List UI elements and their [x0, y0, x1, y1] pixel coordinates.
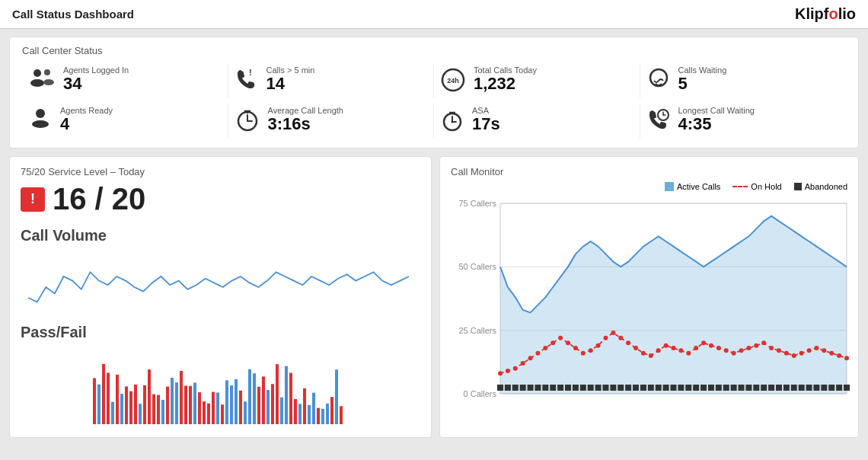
svg-point-3 — [43, 79, 54, 85]
alert-icon: ! — [21, 187, 45, 212]
calls-waiting-icon — [646, 67, 671, 95]
header: Call Status Dashboard Klipfolio — [0, 0, 868, 29]
passfail-label: Pass/Fail — [21, 324, 420, 341]
svg-text:24h: 24h — [447, 77, 459, 85]
content: Call Center Status Agents Logged In 34 — [0, 29, 868, 446]
status-grid: Agents Logged In 34 ! Calls > 5 min 14 — [22, 64, 846, 139]
service-level-row: ! 16 / 20 — [21, 182, 420, 216]
stat-total-calls: 24h Total Calls Today 1,232 — [434, 64, 640, 98]
page-title: Call Status Dashboard — [12, 8, 134, 21]
svg-text:!: ! — [249, 68, 252, 77]
stat-asa: ASA 17s — [434, 104, 640, 139]
legend-blue-dot — [665, 182, 674, 191]
svg-point-2 — [44, 69, 50, 75]
stat-avg-call-length: Average Call Length 3:16s — [228, 104, 435, 139]
stat-calls-gt-5min: ! Calls > 5 min 14 — [228, 64, 435, 98]
calls-gt-5min-icon: ! — [235, 67, 259, 95]
agents-ready-value: 4 — [60, 115, 113, 133]
stat-calls-waiting: Calls Waiting 5 — [640, 64, 847, 98]
avg-call-length-value: 3:16s — [268, 115, 343, 133]
asa-value: 17s — [472, 115, 500, 133]
stat-agents-ready: Agents Ready 4 — [22, 104, 228, 139]
calls-gt-5min-value: 14 — [266, 75, 315, 93]
legend-active-calls: Active Calls — [665, 182, 720, 191]
avg-call-length-icon — [235, 107, 260, 137]
agents-logged-in-value: 34 — [63, 75, 129, 93]
volume-chart — [21, 248, 416, 316]
svg-point-9 — [32, 120, 49, 128]
agents-ready-icon — [28, 107, 53, 133]
svg-point-7 — [650, 69, 667, 86]
service-fraction: 16 / 20 — [53, 182, 145, 216]
legend-on-hold: On Hold — [732, 182, 781, 191]
total-calls-value: 1,232 — [474, 75, 537, 93]
legend-abandoned-label: Abandoned — [805, 182, 847, 191]
passfail-area: Pass/Fail — [21, 324, 420, 428]
passfail-chart — [21, 344, 416, 428]
agents-logged-in-icon — [28, 67, 56, 92]
monitor-panel-title: Call Monitor — [451, 166, 847, 177]
stat-longest-wait: Longest Call Waiting 4:35 — [640, 104, 847, 139]
service-panel: 75/20 Service Level – Today ! 16 / 20 Ca… — [9, 156, 432, 438]
logo: Klipfolio — [795, 5, 856, 23]
total-calls-icon: 24h — [440, 67, 466, 97]
legend-abandoned: Abandoned — [794, 182, 847, 191]
svg-point-1 — [30, 79, 44, 87]
call-volume-label: Call Volume — [21, 227, 420, 244]
asa-icon — [440, 107, 464, 137]
legend-active-label: Active Calls — [677, 182, 720, 191]
svg-point-20 — [452, 121, 454, 123]
monitor-chart — [451, 196, 854, 417]
legend-black-dot — [794, 183, 802, 190]
service-panel-title: 75/20 Service Level – Today — [21, 166, 420, 177]
monitor-panel: Call Monitor Active Calls On Hold Abando… — [439, 156, 859, 438]
status-panel-title: Call Center Status — [22, 45, 846, 56]
longest-wait-value: 4:35 — [678, 115, 755, 133]
svg-point-8 — [36, 109, 45, 118]
bottom-panels: 75/20 Service Level – Today ! 16 / 20 Ca… — [9, 156, 859, 438]
svg-point-0 — [34, 69, 41, 77]
legend-red-dash — [732, 186, 748, 187]
legend: Active Calls On Hold Abandoned — [451, 182, 847, 191]
calls-waiting-value: 5 — [678, 75, 727, 93]
stat-agents-logged-in: Agents Logged In 34 — [22, 64, 228, 98]
legend-hold-label: On Hold — [751, 182, 781, 191]
call-volume-area: Call Volume — [21, 227, 420, 316]
longest-wait-icon — [646, 107, 671, 136]
status-panel: Call Center Status Agents Logged In 34 — [9, 37, 859, 149]
